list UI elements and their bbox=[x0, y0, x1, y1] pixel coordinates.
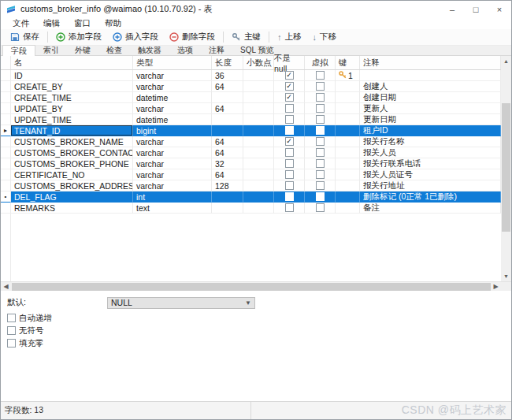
auto-increment-checkbox[interactable] bbox=[7, 314, 16, 322]
column-header-name: 名 bbox=[11, 56, 133, 69]
toolbar: 保存 添加字段 插入字段 删除字段 主键 bbox=[1, 29, 511, 46]
field-row-CREATE_TIME[interactable]: CREATE_TIMEdatetime创建日期 bbox=[1, 92, 501, 103]
menu-help[interactable]: 帮助 bbox=[98, 17, 128, 29]
field-not-null-checkbox[interactable] bbox=[285, 126, 294, 135]
tab-indexes[interactable]: 索引 bbox=[35, 45, 67, 55]
scroll-down-icon[interactable]: ▼ bbox=[501, 271, 511, 281]
field-virtual-checkbox[interactable] bbox=[316, 148, 325, 157]
field-length: 64 bbox=[212, 103, 243, 114]
primary-key-button[interactable]: 主键 bbox=[226, 30, 266, 45]
field-not-null-checkbox[interactable] bbox=[285, 192, 294, 201]
row-marker bbox=[1, 147, 11, 158]
zerofill-checkbox[interactable] bbox=[7, 339, 16, 348]
horizontal-scrollbar[interactable]: ◀ ▶ bbox=[1, 281, 511, 291]
field-row-REMARKS[interactable]: REMARKStext备注 bbox=[1, 203, 501, 214]
field-key bbox=[336, 92, 360, 103]
horizontal-scrollbar-thumb[interactable] bbox=[12, 283, 491, 291]
field-type: varchar bbox=[133, 81, 212, 92]
field-comment: 租户ID bbox=[360, 125, 501, 136]
field-not-null-checkbox[interactable] bbox=[285, 148, 294, 157]
move-down-button[interactable]: ↓ 下移 bbox=[307, 30, 343, 45]
unsigned-option[interactable]: 无符号 bbox=[7, 325, 511, 336]
add-field-button[interactable]: 添加字段 bbox=[50, 30, 107, 45]
field-row-TENANT_ID[interactable]: ▸TENANT_IDbigint租户ID bbox=[1, 125, 501, 136]
field-not-null-checkbox[interactable] bbox=[285, 170, 294, 179]
field-row-ID[interactable]: IDvarchar361 bbox=[1, 70, 501, 81]
field-virtual-checkbox[interactable] bbox=[316, 82, 325, 91]
scroll-left-icon[interactable]: ◀ bbox=[1, 282, 11, 292]
field-not-null-checkbox[interactable] bbox=[285, 93, 294, 102]
menu-bar: 文件 编辑 窗口 帮助 bbox=[1, 17, 511, 29]
field-virtual-checkbox[interactable] bbox=[316, 170, 325, 179]
field-virtual-checkbox[interactable] bbox=[316, 192, 325, 201]
field-not-null-checkbox[interactable] bbox=[285, 181, 294, 190]
field-not-null-checkbox[interactable] bbox=[285, 104, 294, 113]
field-name: CUSTOMS_BROKER_NAME bbox=[11, 136, 133, 147]
row-marker bbox=[1, 203, 11, 214]
close-button[interactable]: × bbox=[488, 1, 511, 17]
field-row-CREATE_BY[interactable]: CREATE_BYvarchar64创建人 bbox=[1, 81, 501, 92]
field-not-null-checkbox[interactable] bbox=[285, 115, 294, 124]
field-key bbox=[336, 169, 360, 180]
field-row-CUSTOMS_BROKER_ADDRESS[interactable]: CUSTOMS_BROKER_ADDRESSvarchar128报关行地址 bbox=[1, 180, 501, 191]
maximize-button[interactable]: □ bbox=[464, 1, 488, 17]
field-row-CUSTOMS_BROKER_CONTACTS[interactable]: CUSTOMS_BROKER_CONTACTSvarchar64报关人员 bbox=[1, 147, 501, 158]
minimize-button[interactable]: – bbox=[440, 1, 464, 17]
field-row-UPDATE_TIME[interactable]: UPDATE_TIMEdatetime更新日期 bbox=[1, 114, 501, 125]
field-virtual-checkbox[interactable] bbox=[316, 71, 325, 80]
field-comment bbox=[360, 70, 501, 81]
scroll-right-icon[interactable]: ▶ bbox=[491, 282, 501, 292]
field-decimals bbox=[243, 191, 274, 203]
vertical-scrollbar-thumb[interactable] bbox=[502, 103, 510, 232]
field-not-null-checkbox[interactable] bbox=[285, 203, 294, 212]
field-virtual-checkbox[interactable] bbox=[316, 115, 325, 124]
field-length bbox=[212, 191, 243, 203]
field-not-null-checkbox[interactable] bbox=[285, 82, 294, 91]
menu-edit[interactable]: 编辑 bbox=[36, 17, 67, 29]
field-row-UPDATE_BY[interactable]: UPDATE_BYvarchar64更新人 bbox=[1, 103, 501, 114]
field-virtual-checkbox[interactable] bbox=[316, 93, 325, 102]
delete-field-button[interactable]: 删除字段 bbox=[164, 30, 221, 45]
save-button[interactable]: 保存 bbox=[5, 30, 45, 45]
field-virtual-checkbox[interactable] bbox=[316, 203, 325, 212]
field-virtual-checkbox[interactable] bbox=[316, 159, 325, 168]
row-marker bbox=[1, 114, 11, 125]
tab-fields[interactable]: 字段 bbox=[2, 45, 35, 56]
insert-field-button[interactable]: 插入字段 bbox=[107, 30, 164, 45]
tab-options[interactable]: 选项 bbox=[169, 45, 201, 55]
unsigned-checkbox[interactable] bbox=[7, 326, 16, 335]
row-marker bbox=[1, 158, 11, 169]
field-virtual-checkbox[interactable] bbox=[316, 181, 325, 190]
auto-increment-option[interactable]: 自动递增 bbox=[7, 312, 511, 324]
scroll-up-icon[interactable]: ▲ bbox=[501, 56, 511, 66]
field-not-null bbox=[274, 203, 305, 214]
field-comment: 更新人 bbox=[360, 103, 501, 114]
field-decimals bbox=[243, 70, 274, 81]
field-comment: 报关行地址 bbox=[360, 180, 501, 191]
tab-foreign-keys[interactable]: 外键 bbox=[67, 45, 98, 55]
tab-triggers[interactable]: 触发器 bbox=[130, 45, 169, 55]
field-decimals bbox=[243, 180, 274, 191]
field-row-DEL_FLAG[interactable]: •DEL_FLAGint删除标记 (0正常 1已删除) bbox=[1, 191, 501, 203]
move-up-button[interactable]: ↑ 上移 bbox=[272, 30, 307, 45]
field-row-CUSTOMS_BROKER_PHONE[interactable]: CUSTOMS_BROKER_PHONEvarchar32报关行联系电话 bbox=[1, 158, 501, 169]
column-header-comment: 注释 bbox=[360, 56, 501, 69]
default-value-dropdown[interactable]: NULL ▼ bbox=[107, 297, 255, 309]
field-virtual-checkbox[interactable] bbox=[316, 137, 325, 146]
field-not-null-checkbox[interactable] bbox=[285, 137, 294, 146]
field-row-CUSTOMS_BROKER_NAME[interactable]: CUSTOMS_BROKER_NAMEvarchar64报关行名称 bbox=[1, 136, 501, 147]
field-virtual-checkbox[interactable] bbox=[316, 126, 325, 135]
menu-window[interactable]: 窗口 bbox=[67, 17, 98, 29]
tab-comment[interactable]: 注释 bbox=[201, 45, 232, 55]
field-type: int bbox=[133, 191, 212, 203]
delete-field-icon bbox=[169, 32, 179, 42]
tab-checks[interactable]: 检查 bbox=[98, 45, 130, 55]
field-name: DEL_FLAG bbox=[11, 191, 133, 203]
vertical-scrollbar[interactable]: ▲ ▼ bbox=[501, 56, 511, 281]
field-virtual-checkbox[interactable] bbox=[316, 104, 325, 113]
field-row-CERTIFICATE_NO[interactable]: CERTIFICATE_NOvarchar64报关人员证号 bbox=[1, 169, 501, 180]
menu-file[interactable]: 文件 bbox=[6, 17, 36, 29]
field-not-null-checkbox[interactable] bbox=[285, 71, 294, 80]
zerofill-option[interactable]: 填充零 bbox=[7, 337, 511, 349]
field-not-null-checkbox[interactable] bbox=[285, 159, 294, 168]
